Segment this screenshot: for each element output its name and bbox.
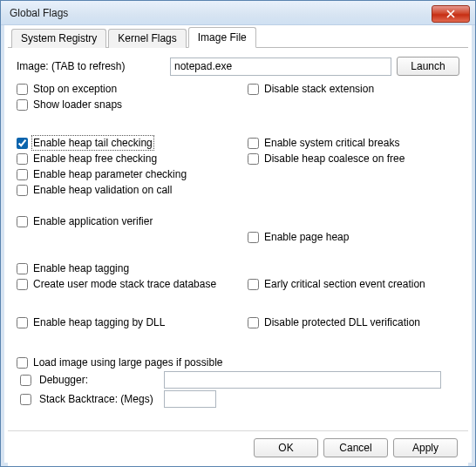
chk-page-heap[interactable]: Enable page heap xyxy=(248,229,459,245)
image-input[interactable] xyxy=(170,58,391,76)
bottom-fields: Load image using large pages if possible… xyxy=(17,335,459,409)
stack-backtrace-input[interactable] xyxy=(164,390,216,408)
options-columns: Stop on exception Show loader snaps Enab… xyxy=(17,81,459,330)
debugger-label: Debugger: xyxy=(39,374,88,386)
ok-button[interactable]: OK xyxy=(254,438,318,457)
close-icon xyxy=(446,10,455,18)
options-left: Stop on exception Show loader snaps Enab… xyxy=(17,81,248,330)
chk-user-mode-stack-trace[interactable]: Create user mode stack trace database xyxy=(17,276,248,292)
close-button[interactable] xyxy=(432,5,470,23)
chk-debugger[interactable] xyxy=(20,375,31,386)
chk-disable-stack-extension[interactable]: Disable stack extension xyxy=(248,81,459,97)
apply-button[interactable]: Apply xyxy=(393,438,458,457)
chk-disable-heap-coalesce[interactable]: Disable heap coalesce on free xyxy=(248,151,459,166)
dialog-buttons: OK Cancel Apply xyxy=(254,438,458,457)
stack-backtrace-label: Stack Backtrace: (Megs) xyxy=(39,393,153,405)
options-right: Disable stack extension Enable system cr… xyxy=(248,81,459,330)
chk-heap-tagging-by-dll[interactable]: Enable heap tagging by DLL xyxy=(17,315,248,330)
window-title: Global Flags xyxy=(10,7,68,19)
chk-show-loader-snaps[interactable]: Show loader snaps xyxy=(17,97,248,112)
chk-early-critical-section[interactable]: Early critical section event creation xyxy=(248,276,459,292)
debugger-input[interactable] xyxy=(164,371,441,389)
chk-application-verifier[interactable]: Enable application verifier xyxy=(17,213,248,229)
titlebar: Global Flags xyxy=(1,1,475,25)
cancel-button[interactable]: Cancel xyxy=(323,438,388,457)
chk-stop-on-exception[interactable]: Stop on exception xyxy=(17,81,248,97)
chk-stack-backtrace[interactable] xyxy=(20,394,31,405)
tab-panel-image-file: Image: (TAB to refresh) Launch Stop on e… xyxy=(8,48,468,409)
image-row: Image: (TAB to refresh) Launch xyxy=(17,57,459,76)
chk-heap-free-checking[interactable]: Enable heap free checking xyxy=(17,151,248,166)
chk-large-pages[interactable]: Load image using large pages if possible xyxy=(17,355,459,370)
stack-backtrace-row: Stack Backtrace: (Megs) xyxy=(17,389,459,409)
dialog-window: Global Flags System Registry Kernel Flag… xyxy=(0,0,476,467)
chk-heap-parameter-checking[interactable]: Enable heap parameter checking xyxy=(17,166,248,182)
chk-heap-tagging[interactable]: Enable heap tagging xyxy=(17,261,248,276)
tab-system-registry[interactable]: System Registry xyxy=(11,29,106,48)
debugger-row: Debugger: xyxy=(17,370,459,389)
dialog-body: System Registry Kernel Flags Image File … xyxy=(8,29,468,466)
separator xyxy=(8,430,468,431)
tab-image-file[interactable]: Image File xyxy=(188,27,256,48)
image-label: Image: (TAB to refresh) xyxy=(17,60,165,72)
chk-disable-protected-dll[interactable]: Disable protected DLL verification xyxy=(248,315,459,330)
chk-system-critical-breaks[interactable]: Enable system critical breaks xyxy=(248,135,459,151)
chk-heap-validation-on-call[interactable]: Enable heap validation on call xyxy=(17,182,248,198)
chk-heap-tail-checking[interactable]: Enable heap tail checking xyxy=(17,135,248,151)
tab-kernel-flags[interactable]: Kernel Flags xyxy=(108,29,186,48)
launch-button[interactable]: Launch xyxy=(397,57,459,76)
tabstrip: System Registry Kernel Flags Image File xyxy=(8,29,468,48)
